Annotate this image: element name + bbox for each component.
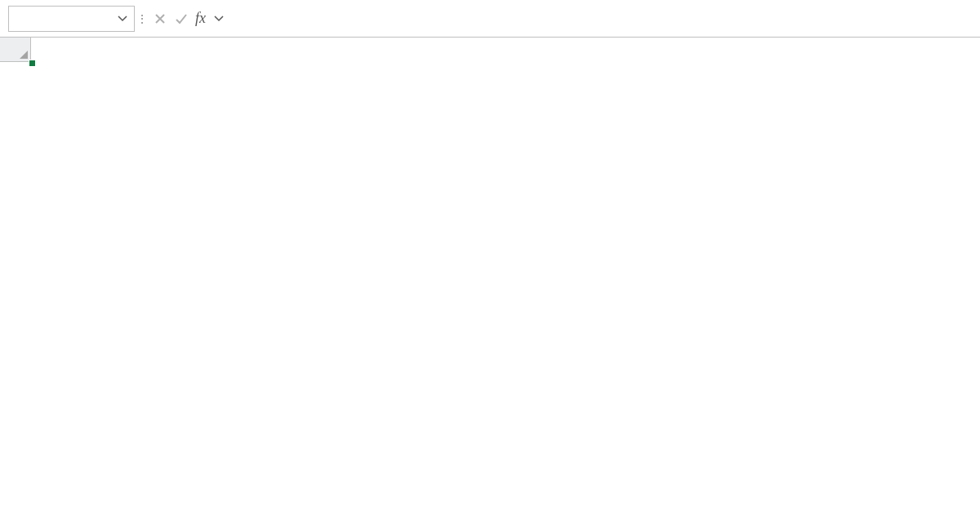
name-box[interactable] (8, 6, 135, 32)
row-headers (0, 38, 31, 514)
fx-icon[interactable]: fx (192, 10, 209, 27)
selection-box (31, 62, 34, 65)
formula-input[interactable] (229, 6, 980, 32)
enter-formula-button[interactable] (171, 7, 192, 30)
separator: ⋮ (135, 12, 149, 25)
column-headers (31, 38, 980, 62)
cancel-formula-button[interactable] (149, 7, 171, 30)
worksheet (0, 38, 980, 514)
formula-bar: ⋮ fx (0, 0, 980, 38)
cell-grid[interactable] (31, 62, 980, 514)
chevron-down-icon[interactable] (209, 16, 229, 22)
chevron-down-icon[interactable] (118, 16, 127, 22)
select-all-corner[interactable] (0, 38, 31, 62)
